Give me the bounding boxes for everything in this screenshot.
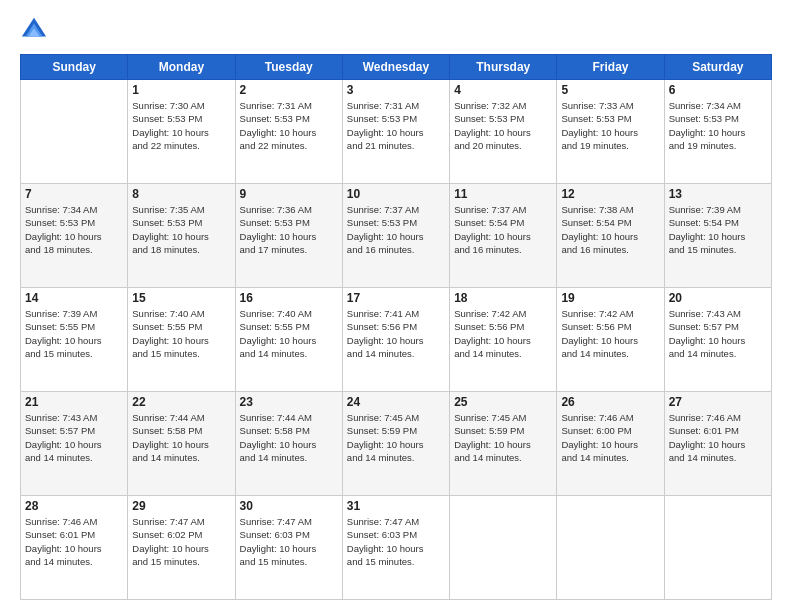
day-info: Sunrise: 7:42 AM Sunset: 5:56 PM Dayligh…	[561, 307, 659, 360]
day-info: Sunrise: 7:35 AM Sunset: 5:53 PM Dayligh…	[132, 203, 230, 256]
week-row-3: 14Sunrise: 7:39 AM Sunset: 5:55 PM Dayli…	[21, 288, 772, 392]
day-cell: 18Sunrise: 7:42 AM Sunset: 5:56 PM Dayli…	[450, 288, 557, 392]
day-info: Sunrise: 7:43 AM Sunset: 5:57 PM Dayligh…	[25, 411, 123, 464]
week-row-1: 1Sunrise: 7:30 AM Sunset: 5:53 PM Daylig…	[21, 80, 772, 184]
day-info: Sunrise: 7:34 AM Sunset: 5:53 PM Dayligh…	[669, 99, 767, 152]
day-number: 30	[240, 499, 338, 513]
day-info: Sunrise: 7:33 AM Sunset: 5:53 PM Dayligh…	[561, 99, 659, 152]
day-number: 14	[25, 291, 123, 305]
day-number: 5	[561, 83, 659, 97]
day-cell: 27Sunrise: 7:46 AM Sunset: 6:01 PM Dayli…	[664, 392, 771, 496]
day-info: Sunrise: 7:45 AM Sunset: 5:59 PM Dayligh…	[347, 411, 445, 464]
day-info: Sunrise: 7:31 AM Sunset: 5:53 PM Dayligh…	[240, 99, 338, 152]
day-cell: 7Sunrise: 7:34 AM Sunset: 5:53 PM Daylig…	[21, 184, 128, 288]
day-number: 11	[454, 187, 552, 201]
day-number: 25	[454, 395, 552, 409]
weekday-header-wednesday: Wednesday	[342, 55, 449, 80]
day-number: 1	[132, 83, 230, 97]
day-number: 28	[25, 499, 123, 513]
day-info: Sunrise: 7:46 AM Sunset: 6:00 PM Dayligh…	[561, 411, 659, 464]
day-number: 2	[240, 83, 338, 97]
day-cell: 29Sunrise: 7:47 AM Sunset: 6:02 PM Dayli…	[128, 496, 235, 600]
day-cell: 13Sunrise: 7:39 AM Sunset: 5:54 PM Dayli…	[664, 184, 771, 288]
day-info: Sunrise: 7:47 AM Sunset: 6:02 PM Dayligh…	[132, 515, 230, 568]
day-info: Sunrise: 7:47 AM Sunset: 6:03 PM Dayligh…	[347, 515, 445, 568]
day-info: Sunrise: 7:46 AM Sunset: 6:01 PM Dayligh…	[25, 515, 123, 568]
day-number: 10	[347, 187, 445, 201]
day-cell: 11Sunrise: 7:37 AM Sunset: 5:54 PM Dayli…	[450, 184, 557, 288]
day-number: 23	[240, 395, 338, 409]
day-info: Sunrise: 7:40 AM Sunset: 5:55 PM Dayligh…	[240, 307, 338, 360]
day-number: 6	[669, 83, 767, 97]
day-cell: 10Sunrise: 7:37 AM Sunset: 5:53 PM Dayli…	[342, 184, 449, 288]
day-info: Sunrise: 7:47 AM Sunset: 6:03 PM Dayligh…	[240, 515, 338, 568]
day-cell: 17Sunrise: 7:41 AM Sunset: 5:56 PM Dayli…	[342, 288, 449, 392]
day-info: Sunrise: 7:44 AM Sunset: 5:58 PM Dayligh…	[240, 411, 338, 464]
day-cell: 8Sunrise: 7:35 AM Sunset: 5:53 PM Daylig…	[128, 184, 235, 288]
day-cell	[664, 496, 771, 600]
day-cell: 26Sunrise: 7:46 AM Sunset: 6:00 PM Dayli…	[557, 392, 664, 496]
day-cell: 14Sunrise: 7:39 AM Sunset: 5:55 PM Dayli…	[21, 288, 128, 392]
day-number: 26	[561, 395, 659, 409]
day-info: Sunrise: 7:30 AM Sunset: 5:53 PM Dayligh…	[132, 99, 230, 152]
weekday-header-monday: Monday	[128, 55, 235, 80]
week-row-2: 7Sunrise: 7:34 AM Sunset: 5:53 PM Daylig…	[21, 184, 772, 288]
day-number: 29	[132, 499, 230, 513]
day-number: 3	[347, 83, 445, 97]
week-row-5: 28Sunrise: 7:46 AM Sunset: 6:01 PM Dayli…	[21, 496, 772, 600]
day-number: 4	[454, 83, 552, 97]
day-cell: 19Sunrise: 7:42 AM Sunset: 5:56 PM Dayli…	[557, 288, 664, 392]
day-cell: 12Sunrise: 7:38 AM Sunset: 5:54 PM Dayli…	[557, 184, 664, 288]
calendar-table: SundayMondayTuesdayWednesdayThursdayFrid…	[20, 54, 772, 600]
day-info: Sunrise: 7:34 AM Sunset: 5:53 PM Dayligh…	[25, 203, 123, 256]
day-number: 18	[454, 291, 552, 305]
day-cell: 24Sunrise: 7:45 AM Sunset: 5:59 PM Dayli…	[342, 392, 449, 496]
weekday-header-sunday: Sunday	[21, 55, 128, 80]
weekday-header-saturday: Saturday	[664, 55, 771, 80]
day-info: Sunrise: 7:40 AM Sunset: 5:55 PM Dayligh…	[132, 307, 230, 360]
weekday-header-tuesday: Tuesday	[235, 55, 342, 80]
day-number: 31	[347, 499, 445, 513]
day-number: 12	[561, 187, 659, 201]
day-cell: 6Sunrise: 7:34 AM Sunset: 5:53 PM Daylig…	[664, 80, 771, 184]
day-info: Sunrise: 7:31 AM Sunset: 5:53 PM Dayligh…	[347, 99, 445, 152]
logo	[20, 16, 52, 44]
day-info: Sunrise: 7:42 AM Sunset: 5:56 PM Dayligh…	[454, 307, 552, 360]
day-cell	[450, 496, 557, 600]
day-info: Sunrise: 7:38 AM Sunset: 5:54 PM Dayligh…	[561, 203, 659, 256]
day-number: 24	[347, 395, 445, 409]
day-cell: 3Sunrise: 7:31 AM Sunset: 5:53 PM Daylig…	[342, 80, 449, 184]
day-number: 19	[561, 291, 659, 305]
day-number: 7	[25, 187, 123, 201]
header	[20, 16, 772, 44]
day-cell: 30Sunrise: 7:47 AM Sunset: 6:03 PM Dayli…	[235, 496, 342, 600]
day-cell: 2Sunrise: 7:31 AM Sunset: 5:53 PM Daylig…	[235, 80, 342, 184]
day-number: 22	[132, 395, 230, 409]
day-info: Sunrise: 7:37 AM Sunset: 5:54 PM Dayligh…	[454, 203, 552, 256]
day-cell: 21Sunrise: 7:43 AM Sunset: 5:57 PM Dayli…	[21, 392, 128, 496]
day-info: Sunrise: 7:36 AM Sunset: 5:53 PM Dayligh…	[240, 203, 338, 256]
day-number: 17	[347, 291, 445, 305]
day-cell: 20Sunrise: 7:43 AM Sunset: 5:57 PM Dayli…	[664, 288, 771, 392]
week-row-4: 21Sunrise: 7:43 AM Sunset: 5:57 PM Dayli…	[21, 392, 772, 496]
logo-icon	[20, 16, 48, 44]
day-cell: 4Sunrise: 7:32 AM Sunset: 5:53 PM Daylig…	[450, 80, 557, 184]
day-cell	[21, 80, 128, 184]
day-cell: 22Sunrise: 7:44 AM Sunset: 5:58 PM Dayli…	[128, 392, 235, 496]
weekday-header-friday: Friday	[557, 55, 664, 80]
day-number: 8	[132, 187, 230, 201]
day-cell: 15Sunrise: 7:40 AM Sunset: 5:55 PM Dayli…	[128, 288, 235, 392]
day-number: 20	[669, 291, 767, 305]
day-cell: 16Sunrise: 7:40 AM Sunset: 5:55 PM Dayli…	[235, 288, 342, 392]
day-cell: 9Sunrise: 7:36 AM Sunset: 5:53 PM Daylig…	[235, 184, 342, 288]
day-info: Sunrise: 7:45 AM Sunset: 5:59 PM Dayligh…	[454, 411, 552, 464]
day-number: 15	[132, 291, 230, 305]
weekday-header-row: SundayMondayTuesdayWednesdayThursdayFrid…	[21, 55, 772, 80]
day-number: 9	[240, 187, 338, 201]
day-cell: 1Sunrise: 7:30 AM Sunset: 5:53 PM Daylig…	[128, 80, 235, 184]
day-info: Sunrise: 7:39 AM Sunset: 5:55 PM Dayligh…	[25, 307, 123, 360]
day-info: Sunrise: 7:44 AM Sunset: 5:58 PM Dayligh…	[132, 411, 230, 464]
day-cell	[557, 496, 664, 600]
day-info: Sunrise: 7:46 AM Sunset: 6:01 PM Dayligh…	[669, 411, 767, 464]
day-number: 13	[669, 187, 767, 201]
